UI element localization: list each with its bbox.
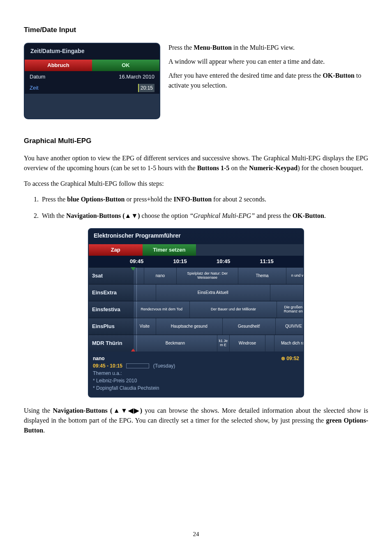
epg-show[interactable]: Rendezvous mit dem Tod <box>133 301 189 318</box>
epg-row-einsextra[interactable]: EinsExtra EinsExtra Aktuell <box>89 284 303 301</box>
td-date-value: 16.March 2010 <box>119 73 154 81</box>
epg-channel-label: MDR Thürin <box>89 335 133 352</box>
epg-footer-day: (Tuesday) <box>153 363 175 369</box>
epg-zap-button[interactable]: Zap <box>89 244 143 256</box>
epg-show[interactable]: Windrose <box>229 335 265 352</box>
epg-show[interactable]: Mach dich ran <box>274 335 304 352</box>
epg-time-row: 09:45 10:15 10:45 11:15 <box>89 256 303 267</box>
td-date-label: Datum <box>30 73 45 81</box>
epg-timer-button[interactable]: Timer setzen <box>143 244 196 256</box>
td-time-value[interactable]: 20:15 <box>138 84 154 92</box>
epg-figure: Elektronischer Programmführer Zap Timer … <box>88 228 304 398</box>
epg-show[interactable]: Spielplatz der Natur: Der Weissensee <box>176 268 238 284</box>
time-date-input-figure: Zeit/Datum-Eingabe Abbruch OK Datum 16.M… <box>24 43 159 119</box>
td-panel-title: Zeit/Datum-Eingabe <box>25 44 159 60</box>
epg-show[interactable]: k1 Je m E <box>217 335 229 352</box>
page-number: 24 <box>0 530 392 539</box>
closing-paragraph: Using the Navigation-Buttons (▲▼◀▶) you … <box>24 406 368 435</box>
epg-show[interactable]: EinsExtra Aktuell <box>156 284 270 301</box>
epg-channel-label: 3sat <box>89 268 133 284</box>
epg-show[interactable]: nano <box>144 268 177 284</box>
epg-show[interactable]: Thema <box>238 268 286 284</box>
epg-channel-label: EinsExtra <box>89 284 133 301</box>
epg-footer-title: nano <box>93 356 105 361</box>
epg-footer-timerange: 09:45 - 10:15 <box>93 363 122 369</box>
gmepg-follow: To access the Graphical Multi-EPG follow… <box>24 179 368 189</box>
step-1: Press the blue Options-Button or press+h… <box>40 194 368 204</box>
td-abort-button[interactable]: Abbruch <box>25 60 92 71</box>
gmepg-intro: You have another option to view the EPG … <box>24 153 368 173</box>
section-heading-time-date: Time/Date Input <box>24 25 368 35</box>
epg-progress-bar <box>126 363 149 368</box>
section-heading-gmepg: Graphical Multi-EPG <box>24 136 368 146</box>
epg-row-einsfestiva[interactable]: Einsfestiva Rendezvous mit dem Tod Der B… <box>89 301 303 318</box>
epg-btn-slot-4 <box>250 244 304 256</box>
epg-footer: ⊗ 09:52 nano 09:45 - 10:15 (Tuesday) The… <box>89 352 303 397</box>
td-time-label: Zeit <box>30 84 39 92</box>
epg-show[interactable]: Der Bauer und der Millionär <box>189 301 277 318</box>
epg-channel-label: EinsPlus <box>89 318 133 335</box>
epg-show[interactable]: Gesundheit! <box>222 318 275 335</box>
epg-row-mdr[interactable]: MDR Thürin Beckmann k1 Je m E Windrose M… <box>89 335 303 352</box>
epg-row-3sat[interactable]: 3sat nano Spielplatz der Natur: Der Weis… <box>89 267 303 284</box>
epg-show[interactable]: Hauptsache gesund <box>156 318 222 335</box>
gmepg-steps: Press the blue Options-Button or press+h… <box>24 194 368 221</box>
time-date-description: Press the Menu-Button in the Multi-EPG v… <box>168 43 368 119</box>
menu-button-ref: Menu-Button <box>194 44 231 51</box>
epg-channel-label: Einsfestiva <box>89 301 133 318</box>
epg-show[interactable]: QUIVIVE <box>275 318 304 335</box>
epg-title: Elektronischer Programmführer <box>89 229 303 244</box>
epg-show[interactable]: Die großen Romanz en <box>277 301 304 318</box>
epg-clock: ⊗ 09:52 <box>281 355 299 362</box>
epg-show[interactable]: Beckmann <box>133 335 217 352</box>
td-ok-button[interactable]: OK <box>92 60 159 71</box>
now-marker-top-icon <box>131 267 136 271</box>
epg-btn-slot-3 <box>196 244 250 256</box>
ok-button-ref: OK-Button <box>323 72 354 79</box>
epg-show[interactable]: n und verg <box>286 268 304 284</box>
epg-row-einsplus[interactable]: EinsPlus Visite Hauptsache gesund Gesund… <box>89 318 303 335</box>
step-2: With the Navigation-Buttons (▲▼) choose … <box>40 211 368 221</box>
